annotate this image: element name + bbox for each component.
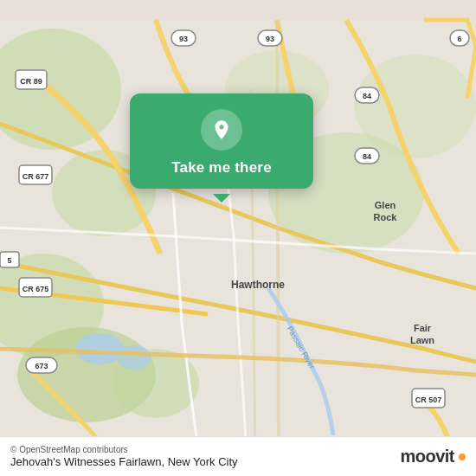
- svg-text:93: 93: [179, 35, 188, 43]
- svg-text:Fair: Fair: [414, 323, 432, 333]
- svg-point-10: [117, 345, 151, 370]
- take-me-there-button[interactable]: Take me there: [171, 159, 272, 177]
- bottom-bar: © OpenStreetMap contributors Jehovah's W…: [0, 436, 476, 476]
- svg-text:CR 89: CR 89: [20, 77, 42, 86]
- svg-text:5: 5: [7, 256, 11, 265]
- map-background: CR 89 93 93 84 84 6 CR 677 CR 675 673 CR…: [0, 0, 476, 476]
- svg-text:CR 675: CR 675: [23, 285, 49, 293]
- location-pin-icon: [210, 119, 233, 141]
- svg-text:CR 677: CR 677: [23, 172, 49, 181]
- place-name: Jehovah's Witnesses Fairlawn, New York C…: [10, 455, 238, 468]
- moovit-logo-dot: [459, 453, 466, 460]
- location-icon-circle: [201, 109, 242, 151]
- map-container: CR 89 93 93 84 84 6 CR 677 CR 675 673 CR…: [0, 0, 476, 476]
- moovit-logo-text: moovit: [400, 447, 454, 466]
- popup-card: Take me there: [130, 93, 313, 189]
- svg-text:CR 507: CR 507: [415, 396, 442, 404]
- svg-text:Rock: Rock: [374, 212, 398, 222]
- svg-text:Hawthorne: Hawthorne: [231, 279, 285, 291]
- svg-text:673: 673: [35, 362, 48, 370]
- svg-text:93: 93: [266, 35, 274, 43]
- bottom-info: © OpenStreetMap contributors Jehovah's W…: [10, 445, 238, 468]
- svg-text:84: 84: [363, 92, 371, 100]
- svg-text:6: 6: [457, 35, 461, 43]
- svg-text:Lawn: Lawn: [410, 335, 434, 345]
- svg-text:84: 84: [363, 152, 371, 161]
- svg-point-9: [75, 333, 124, 364]
- svg-text:Glen: Glen: [375, 200, 396, 210]
- moovit-logo: moovit: [400, 447, 466, 466]
- osm-attribution: © OpenStreetMap contributors: [10, 445, 238, 454]
